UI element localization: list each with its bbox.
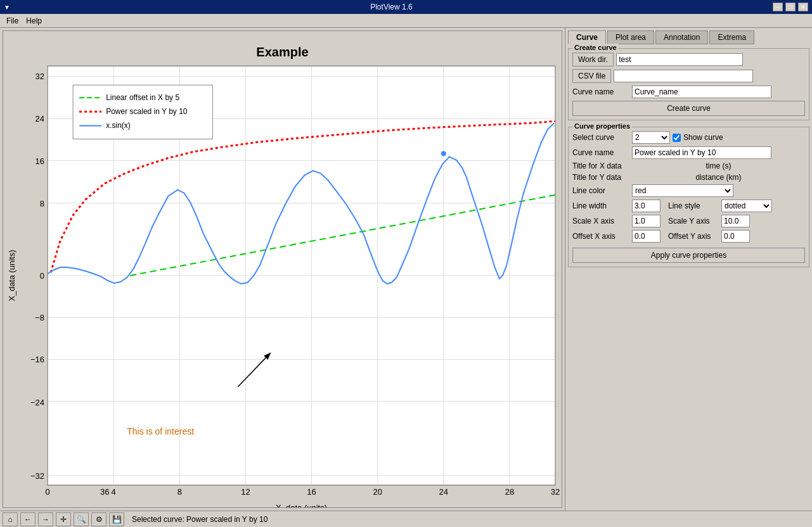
line-color-select[interactable]: red blue green black xyxy=(632,184,733,197)
titlebar-controls: — □ ✕ xyxy=(773,3,808,11)
workdir-input[interactable] xyxy=(616,53,743,66)
line-style-select[interactable]: dotted solid dashed xyxy=(721,200,772,212)
svg-text:X_data (units): X_data (units) xyxy=(7,250,16,301)
menubar: File Help xyxy=(0,14,812,28)
svg-text:Linear offset in X by 5: Linear offset in X by 5 xyxy=(106,93,179,102)
menu-help[interactable]: Help xyxy=(22,15,46,27)
select-curve-label: Select curve xyxy=(572,133,629,142)
main-content: Example xyxy=(0,28,812,511)
offset-x-label: Offset X axis xyxy=(572,232,629,241)
curve-properties-section: Curve properties Select curve 2 1 3 Show… xyxy=(568,127,809,267)
curve-name-create-row: Curve name xyxy=(572,86,805,98)
close-btn[interactable]: ✕ xyxy=(798,3,808,11)
svg-text:36: 36 xyxy=(100,487,109,497)
svg-text:32: 32 xyxy=(551,487,560,497)
svg-text:x.sin(x): x.sin(x) xyxy=(106,121,131,130)
svg-text:This is of interest: This is of interest xyxy=(127,426,194,436)
show-curve-row: Show curve xyxy=(673,133,723,142)
tab-annotation[interactable]: Annotation xyxy=(655,30,708,44)
apply-curve-btn[interactable]: Apply curve properties xyxy=(572,248,805,263)
csv-btn[interactable]: CSV file xyxy=(572,69,611,83)
svg-text:−8: −8 xyxy=(35,313,44,322)
titlebar-title: PlotView 1.6 xyxy=(10,3,773,11)
select-curve-row: Select curve 2 1 3 Show curve xyxy=(572,131,805,144)
svg-text:−32: −32 xyxy=(30,471,44,481)
create-curve-title: Create curve xyxy=(572,44,619,51)
curve-properties-title: Curve properties xyxy=(572,122,632,130)
svg-text:24: 24 xyxy=(439,487,448,497)
y-data-label: Title for Y data xyxy=(572,173,629,182)
x-data-row: Title for X data time (s) xyxy=(572,162,805,170)
svg-text:0: 0 xyxy=(40,271,44,281)
scale-x-label: Scale X axis xyxy=(572,217,629,225)
curve-name-prop-input[interactable] xyxy=(632,146,771,159)
y-data-row: Title for Y data distance (km) xyxy=(572,173,805,182)
home-btn[interactable]: ⌂ xyxy=(3,512,18,526)
line-width-input[interactable] xyxy=(632,200,661,212)
curve-name-prop-label: Curve name xyxy=(572,148,629,157)
line-width-label: Line width xyxy=(572,201,629,210)
maximize-btn[interactable]: □ xyxy=(785,3,796,11)
svg-text:X_data (units): X_data (units) xyxy=(276,503,327,507)
x-data-value: time (s) xyxy=(632,162,805,170)
scale-row: Scale X axis Scale Y axis xyxy=(572,215,805,227)
csv-input[interactable] xyxy=(614,70,753,82)
chart-container: Example xyxy=(3,30,562,508)
show-curve-label: Show curve xyxy=(683,133,723,142)
chart-svg: Example xyxy=(3,31,562,507)
minimize-btn[interactable]: — xyxy=(773,3,783,11)
show-curve-checkbox[interactable] xyxy=(673,134,681,142)
svg-text:8: 8 xyxy=(177,487,182,497)
titlebar-icon: ▼ xyxy=(4,4,10,11)
x-data-label: Title for X data xyxy=(572,162,629,170)
svg-text:16: 16 xyxy=(35,156,44,166)
svg-text:−24: −24 xyxy=(30,398,44,407)
y-data-value: distance (km) xyxy=(632,173,805,182)
scale-y-label: Scale Y axis xyxy=(668,217,719,225)
create-curve-btn[interactable]: Create curve xyxy=(572,101,805,116)
curve-name-create-input[interactable] xyxy=(632,86,771,98)
curve-name-prop-row: Curve name xyxy=(572,146,805,159)
tab-extrema[interactable]: Extrema xyxy=(709,30,754,44)
scale-y-input[interactable] xyxy=(721,215,750,227)
svg-text:32: 32 xyxy=(35,72,44,81)
workdir-btn[interactable]: Work dir. xyxy=(572,53,614,67)
svg-text:16: 16 xyxy=(307,487,316,497)
statusbar-selected: Selected curve: Power scaled in Y by 10 xyxy=(132,515,267,524)
svg-text:Power scaled in Y by 10: Power scaled in Y by 10 xyxy=(106,107,188,116)
create-curve-section: Create curve Work dir. CSV file Curve na… xyxy=(568,48,809,120)
svg-text:−16: −16 xyxy=(30,355,44,364)
line-width-style-row: Line width Line style dotted solid dashe… xyxy=(572,200,805,212)
svg-text:28: 28 xyxy=(505,487,514,497)
svg-text:8: 8 xyxy=(40,199,44,208)
curve-name-create-label: Curve name xyxy=(572,87,629,96)
tab-plot-area[interactable]: Plot area xyxy=(607,30,654,44)
tab-curve[interactable]: Curve xyxy=(568,30,606,44)
tab-bar: Curve Plot area Annotation Extrema xyxy=(568,30,809,44)
line-color-row: Line color red blue green black xyxy=(572,184,805,197)
crosshair-btn[interactable]: ✛ xyxy=(56,512,71,526)
svg-point-52 xyxy=(441,151,446,156)
csv-row: CSV file xyxy=(572,69,805,83)
forward-btn[interactable]: → xyxy=(38,512,53,526)
svg-text:20: 20 xyxy=(373,487,382,497)
svg-text:24: 24 xyxy=(35,114,44,124)
zoom-btn[interactable]: 🔍 xyxy=(74,512,89,526)
svg-text:12: 12 xyxy=(241,487,250,497)
plot-area: Example xyxy=(0,28,565,511)
offset-x-input[interactable] xyxy=(632,230,661,243)
scale-x-input[interactable] xyxy=(632,215,661,227)
svg-text:4: 4 xyxy=(112,487,116,497)
back-btn[interactable]: ← xyxy=(20,512,35,526)
sliders-btn[interactable]: ⚙ xyxy=(91,512,106,526)
offset-y-label: Offset Y axis xyxy=(668,232,719,241)
offset-y-input[interactable] xyxy=(721,230,750,243)
svg-text:0: 0 xyxy=(45,487,49,497)
select-curve-dropdown[interactable]: 2 1 3 xyxy=(632,131,670,144)
titlebar: ▼ PlotView 1.6 — □ ✕ xyxy=(0,0,812,14)
menu-file[interactable]: File xyxy=(3,15,22,27)
offset-row: Offset X axis Offset Y axis xyxy=(572,230,805,243)
save-btn[interactable]: 💾 xyxy=(109,512,124,526)
line-style-label: Line style xyxy=(668,201,719,210)
line-color-label: Line color xyxy=(572,186,629,195)
